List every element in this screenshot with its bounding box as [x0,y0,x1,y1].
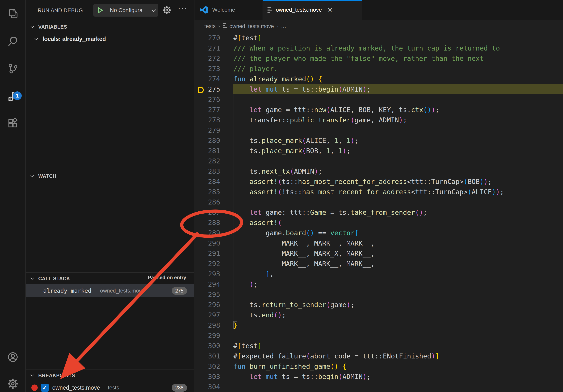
configuration-dropdown[interactable]: No Configura [106,7,158,13]
activity-item-account[interactable] [0,346,26,368]
tab-welcome[interactable]: Welcome [194,0,263,20]
code-line-273[interactable]: 273/// player. [194,64,563,74]
activity-item-run-and-debug[interactable]: 1 [0,85,26,107]
chevron-down-icon [30,24,34,28]
code-text: } [233,320,237,330]
line-number: 294 [194,279,220,289]
code-line-296[interactable]: 296 ts.return_to_sender(game); [194,300,563,310]
line-number: 280 [194,135,220,146]
line-number: 301 [194,351,220,361]
code-line-298[interactable]: 298} [194,320,563,330]
code-text: MARK__, MARK__, MARK__, [233,238,375,248]
code-line-286[interactable]: 286 [194,197,563,207]
launch-configuration-group: No Configura [93,4,158,17]
code-line-282[interactable]: 282 [194,156,563,166]
code-text: #[expected_failure(abort_code = ttt::ENo… [233,351,439,361]
code-line-280[interactable]: 280 ts.place_mark(ALICE, 1, 1); [194,135,563,146]
section-divider [26,369,194,369]
activity-item-explorer[interactable] [0,3,26,25]
code-text: let mut ts = ts::begin(ADMIN); [233,371,371,382]
code-text: MARK__, MARK_X, MARK__, [233,248,375,259]
code-line-271[interactable]: 271/// When a position is already marked… [194,43,563,53]
code-line-302[interactable]: 302fun burn_unfinished_game() { [194,361,563,371]
tab-owned-tests-move[interactable]: owned_tests.move✕ [263,0,362,20]
code-text: let game = ttt::new(ALICE, BOB, KEY, ts.… [233,105,439,115]
breadcrumb-item[interactable]: owned_tests.move [230,23,274,29]
breadcrumb-item[interactable]: … [281,23,286,29]
breadcrumb-separator: › [218,24,220,29]
search-icon [7,35,19,47]
activity-item-extensions[interactable] [0,112,26,134]
code-line-288[interactable]: 288 assert!( [194,218,563,228]
code-text: assert!( [233,218,282,228]
extensions-icon [7,117,19,129]
breakpoint-checkbox[interactable]: ✓ [41,384,49,392]
line-number: 270 [194,33,220,43]
code-line-297[interactable]: 297 ts.end(); [194,310,563,320]
section-header-breakpoints[interactable]: BREAKPOINTS [26,370,194,381]
code-line-299[interactable]: 299 [194,330,563,341]
code-line-295[interactable]: 295 [194,289,563,300]
line-number: 276 [194,94,220,105]
code-line-272[interactable]: 272/// the player who made the "false" m… [194,53,563,64]
vscode-window: 1 RUN AND DEBUG No Configura ··· [0,0,563,392]
line-number-badge: 275 [172,287,187,295]
vscode-logo-icon [200,6,208,14]
code-line-304[interactable]: 304 [194,382,563,392]
line-number: 287 [194,207,220,218]
code-line-275[interactable]: 275 let mut ts = ts::begin(ADMIN); [194,84,563,94]
code-line-285[interactable]: 285 assert!(!ts::has_most_recent_for_add… [194,187,563,197]
code-text: let mut ts = ts::begin(ADMIN); [233,84,371,94]
activity-item-settings[interactable] [0,373,26,392]
line-number: 302 [194,361,220,371]
breadcrumb-item[interactable]: tests [204,23,216,29]
code-text: fun already_marked() { [233,74,322,84]
tab-bar: Welcomeowned_tests.move✕ [194,0,563,20]
call-stack-frame-row[interactable]: already_marked owned_tests.move 275 [26,284,194,297]
variables-scope-locals[interactable]: locals: already_marked [26,33,194,45]
code-text: ts.place_mark(BOB, 1, 1); [233,146,351,156]
line-number-badge: 288 [172,384,187,392]
chevron-down-icon [30,373,34,376]
code-line-303[interactable]: 303 let mut ts = ts::begin(ADMIN); [194,371,563,382]
settings-icon [7,378,19,390]
code-text: ); [233,279,258,289]
code-line-301[interactable]: 301#[expected_failure(abort_code = ttt::… [194,351,563,361]
close-tab-icon[interactable]: ✕ [327,6,333,14]
code-line-278[interactable]: 278 transfer::public_transfer(game, ADMI… [194,115,563,125]
code-line-281[interactable]: 281 ts.place_mark(BOB, 1, 1); [194,146,563,156]
section-header-variables[interactable]: VARIABLES [26,21,194,32]
line-number: 279 [194,125,220,135]
code-text: /// player. [233,64,278,74]
code-editor[interactable]: 270#[test]271/// When a position is alre… [194,33,563,392]
play-icon [96,7,103,14]
code-text: game.board() == vector[ [233,228,359,238]
code-line-300[interactable]: 300#[test] [194,341,563,351]
more-actions-button[interactable]: ··· [178,3,188,13]
start-debugging-button[interactable] [93,4,106,17]
code-line-283[interactable]: 283 ts.next_tx(ADMIN); [194,166,563,176]
gear-icon [162,6,171,15]
debug-settings-gear-button[interactable] [162,6,171,15]
code-line-277[interactable]: 277 let game = ttt::new(ALICE, BOB, KEY,… [194,105,563,115]
code-line-284[interactable]: 284 assert!(ts::has_most_recent_for_addr… [194,176,563,187]
code-line-287[interactable]: 287 let game: ttt::Game = ts.take_from_s… [194,207,563,218]
sidebar-title: RUN AND DEBUG [38,8,83,14]
line-number: 286 [194,197,220,207]
breakpoint-list-item[interactable]: ✓ owned_tests.move tests 288 [26,382,194,392]
line-number: 271 [194,43,220,53]
code-line-274[interactable]: 274fun already_marked() { [194,74,563,84]
code-line-276[interactable]: 276 [194,94,563,105]
line-number: 272 [194,53,220,64]
line-number: 288 [194,218,220,228]
activity-item-search[interactable] [0,30,26,52]
active-tab-indicator [263,0,362,1]
debug-count-badge: 1 [13,91,22,100]
code-line-270[interactable]: 270#[test] [194,33,563,43]
activity-item-source-control[interactable] [0,57,26,79]
code-text: assert!(ts::has_most_recent_for_address<… [233,176,492,187]
line-number: 303 [194,371,220,382]
section-header-watch[interactable]: WATCH [26,170,194,182]
chevron-down-icon [30,276,34,279]
code-line-279[interactable]: 279 [194,125,563,135]
